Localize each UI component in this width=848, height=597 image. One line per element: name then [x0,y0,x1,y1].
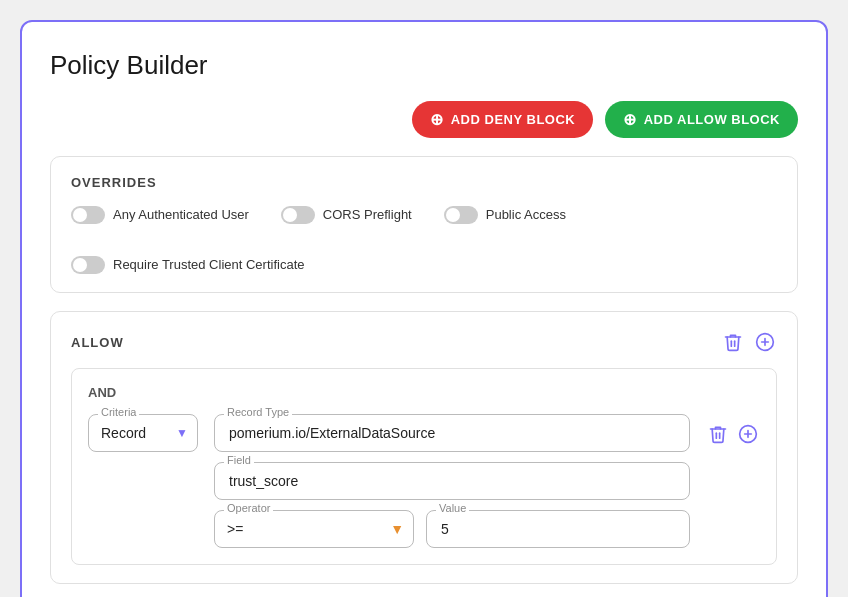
toolbar: ⊕ ADD DENY BLOCK ⊕ ADD ALLOW BLOCK [50,101,798,138]
allow-header-actions [721,330,777,354]
add-deny-block-button[interactable]: ⊕ ADD DENY BLOCK [412,101,593,138]
criteria-row: Criteria Record User Group Device ▼ Reco… [88,414,760,548]
record-type-input[interactable] [214,414,690,452]
overrides-title: OVERRIDES [71,175,777,190]
value-wrap: Value [426,510,690,548]
plus-icon [755,332,775,352]
allow-button-label: ADD ALLOW BLOCK [644,112,780,127]
row-delete-button[interactable] [706,422,730,446]
any-auth-label: Any Authenticated User [113,207,249,224]
cors-label: CORS Preflight [323,207,412,224]
and-label: AND [88,385,760,400]
record-type-label: Record Type [224,406,292,418]
row-add-button[interactable] [736,422,760,446]
field-input[interactable] [214,462,690,500]
plus-circle-icon: ⊕ [430,110,444,129]
add-allow-block-button[interactable]: ⊕ ADD ALLOW BLOCK [605,101,798,138]
criteria-select[interactable]: Record User Group Device [88,414,198,452]
cors-toggle[interactable] [281,206,315,224]
criteria-field-label: Criteria [98,406,139,418]
allow-delete-button[interactable] [721,330,745,354]
operator-wrap: Operator >= <= == != > < ▼ [214,510,414,548]
value-input[interactable] [426,510,690,548]
fields-col: Record Type Field Operator >= <= [214,414,690,548]
criteria-select-wrap: Criteria Record User Group Device ▼ [88,414,198,452]
deny-button-label: ADD DENY BLOCK [451,112,576,127]
plus-circle-icon-allow: ⊕ [623,110,637,129]
row-actions [706,422,760,446]
bottom-row: Operator >= <= == != > < ▼ [214,510,690,548]
value-label: Value [436,502,469,514]
allow-header: ALLOW [71,330,777,354]
override-item-any-auth: Any Authenticated User [71,206,249,224]
allow-add-button[interactable] [753,330,777,354]
allow-title: ALLOW [71,335,124,350]
override-item-public-access: Public Access [444,206,566,224]
operator-select[interactable]: >= <= == != > < [214,510,414,548]
overrides-section: OVERRIDES Any Authenticated User CORS Pr… [50,156,798,293]
public-access-label: Public Access [486,207,566,224]
operator-label: Operator [224,502,273,514]
policy-builder-card: Policy Builder ⊕ ADD DENY BLOCK ⊕ ADD AL… [20,20,828,597]
any-auth-toggle[interactable] [71,206,105,224]
row-plus-icon [738,424,758,444]
trusted-cert-toggle[interactable] [71,256,105,274]
allow-section: ALLOW AND Criteria [50,311,798,584]
trash-icon [723,332,743,352]
field-wrap: Field [214,462,690,500]
page-title: Policy Builder [50,50,798,81]
row-trash-icon [708,424,728,444]
override-item-cors: CORS Preflight [281,206,412,224]
record-type-wrap: Record Type [214,414,690,452]
trusted-cert-label: Require Trusted Client Certificate [113,257,304,274]
override-item-trusted-cert: Require Trusted Client Certificate [71,256,304,274]
field-label: Field [224,454,254,466]
and-block: AND Criteria Record User Group Device ▼ … [71,368,777,565]
overrides-list: Any Authenticated User CORS Preflight Pu… [71,206,777,274]
public-access-toggle[interactable] [444,206,478,224]
